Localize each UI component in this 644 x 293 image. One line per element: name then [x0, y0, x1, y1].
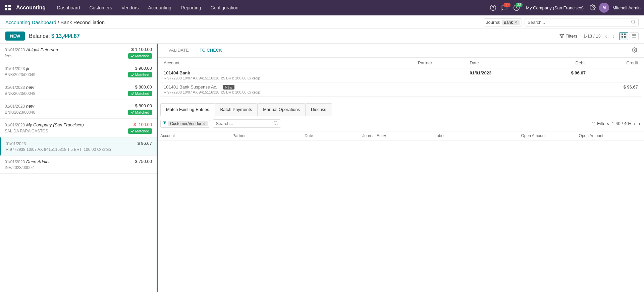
next-page-button[interactable]: › [611, 33, 616, 40]
match-col-open1: Open Amount [521, 133, 579, 138]
settings-icon[interactable] [590, 4, 596, 11]
manual-operations-tab[interactable]: Manual Operations [257, 103, 306, 116]
balance-display: Balance: $ 13,444.87 [29, 33, 79, 39]
match-filter-right: Filters 1-40 / 40+ ‹ › [591, 121, 641, 126]
filter-tag-label: Customer/Vendor [170, 121, 201, 126]
to-check-tab[interactable]: TO CHECK [194, 44, 227, 57]
discuss-tab[interactable]: Discuss [305, 103, 332, 116]
nav-reporting[interactable]: Reporting [177, 3, 205, 12]
tx-partner: Deco Addict [26, 159, 50, 164]
svg-point-20 [274, 121, 277, 124]
tx-ref: SALIDA PARA GASTOS [5, 129, 48, 133]
journal-credit-1 [589, 68, 641, 82]
match-search-icon[interactable] [273, 121, 278, 126]
batch-payments-tab[interactable]: Batch Payments [215, 103, 258, 116]
match-col-account: Account [160, 133, 232, 138]
filter-tag-value: Customer/Vendor ✕ [168, 121, 208, 126]
match-col-open2: Open Amount [579, 133, 641, 138]
matched-badge: Matched [128, 72, 152, 77]
transaction-item[interactable]: 01/01/2023 Abigail Peterson $ 1,100.00 f… [0, 44, 157, 62]
match-col-partner: Partner [232, 133, 305, 138]
transaction-item[interactable]: 01/01/2023 new $ 800.00 BNK/2023/00048 M… [0, 100, 157, 119]
tx-ref: BNK/2023/00048 [5, 91, 35, 96]
prev-page-button[interactable]: ‹ [604, 33, 608, 40]
journal-partner-2 [415, 82, 466, 97]
match-col-label: Label [434, 133, 521, 138]
journal-filter: Journal Bank ✕ [484, 18, 522, 26]
col-partner: Partner [415, 58, 466, 68]
col-credit: Credit [589, 58, 641, 68]
match-filters-label: Filters [597, 121, 609, 126]
transaction-item-active[interactable]: 01/01/2023 $ 96.67 R:9772938 10/07 AX 94… [0, 137, 157, 156]
transaction-item[interactable]: 01/01/2023 Deco Addict $ 750.00 INV/2023… [0, 156, 157, 174]
top-navigation: Accounting Dashboard Customers Vendors A… [0, 0, 644, 15]
messages-icon[interactable]: 11 [501, 4, 508, 11]
match-filters-button[interactable]: Filters [591, 121, 609, 126]
journal-partner-1 [415, 68, 466, 82]
balance-label: Balance: [29, 33, 50, 39]
page-header: Accounting Dashboard / Bank Reconciliati… [0, 15, 644, 29]
match-tabs: Match Existing Entries Batch Payments Ma… [158, 103, 644, 116]
nav-dashboard[interactable]: Dashboard [53, 3, 84, 12]
journal-date-1: 01/01/2023 [466, 68, 537, 82]
match-col-date: Date [305, 133, 362, 138]
breadcrumb: Accounting Dashboard / Bank Reconciliati… [5, 19, 105, 25]
support-icon[interactable] [490, 4, 496, 11]
match-search-box [213, 119, 281, 128]
col-debit: Debit [537, 58, 589, 68]
nav-accounting[interactable]: Accounting [144, 3, 175, 12]
list-view-button[interactable] [630, 32, 639, 40]
tx-amount: $ 900.00 [135, 66, 152, 71]
settings-gear-icon[interactable] [632, 47, 637, 54]
tx-amount: $ 1,100.00 [131, 47, 152, 52]
check-tabs: VALIDATE TO CHECK [158, 44, 644, 58]
search-box [525, 18, 639, 26]
search-input[interactable] [528, 20, 630, 25]
filter-tag-close[interactable]: ✕ [202, 121, 206, 126]
transaction-item[interactable]: 01/01/2023 jk $ 900.00 BNK/2023/00049 Ma… [0, 62, 157, 81]
tx-partner: Abigail Peterson [26, 47, 58, 52]
journal-date-2 [466, 82, 537, 97]
tx-ref: R:9772938 10/07 AX 9415116318 T:5 BRT: 1… [6, 147, 111, 152]
nav-configuration[interactable]: Configuration [207, 3, 243, 12]
tx-amount: $ 96.67 [138, 141, 152, 146]
breadcrumb-current: Bank Reconciliation [60, 19, 105, 25]
balance-amount: $ 13,444.87 [51, 33, 80, 39]
matched-badge: Matched [128, 53, 152, 59]
user-avatar[interactable]: M [599, 3, 609, 13]
svg-rect-2 [5, 8, 7, 10]
journal-debit-1: $ 96.67 [537, 68, 589, 82]
new-button[interactable]: NEW [5, 32, 25, 41]
match-pagination-text: 1-40 / 40+ [612, 121, 632, 126]
transaction-item[interactable]: 01/01/2023 new $ 800.00 BNK/2023/00048 M… [0, 81, 157, 100]
nav-vendors[interactable]: Vendors [117, 3, 143, 12]
view-toggle [619, 32, 639, 40]
tx-ref: BNK/2023/00048 [5, 110, 35, 115]
filters-button[interactable]: Filters [557, 32, 580, 40]
match-prev-button[interactable]: ‹ [633, 121, 637, 126]
tx-amount: $ 800.00 [135, 103, 152, 108]
match-next-button[interactable]: › [638, 121, 641, 126]
activity-icon[interactable]: 33 [513, 4, 520, 11]
tx-date: 01/01/2023 [5, 85, 25, 90]
kanban-view-button[interactable] [619, 32, 628, 40]
journal-debit-2 [537, 82, 589, 97]
match-filter-row: Customer/Vendor ✕ [158, 116, 644, 131]
grid-icon[interactable] [3, 3, 13, 12]
tx-partner: jk [26, 66, 29, 71]
matched-badge: Matched [128, 128, 152, 134]
messages-badge: 11 [503, 3, 511, 7]
journal-filter-value: Bank ✕ [502, 20, 520, 25]
journal-filter-bank: Bank [504, 20, 513, 25]
search-icon[interactable] [631, 19, 636, 25]
tx-ref: BNK/2023/00049 [5, 72, 35, 77]
tx-date: 01/01/2023 [6, 141, 26, 146]
nav-customers[interactable]: Customers [86, 3, 116, 12]
validate-tab[interactable]: VALIDATE [163, 44, 194, 57]
transaction-item[interactable]: 01/01/2023 My Company (San Francisco) $ … [0, 119, 157, 137]
breadcrumb-parent[interactable]: Accounting Dashboard [5, 19, 56, 25]
svg-line-21 [277, 124, 278, 125]
journal-filter-close[interactable]: ✕ [514, 20, 518, 25]
match-existing-tab[interactable]: Match Existing Entries [160, 103, 215, 116]
match-search-input[interactable] [216, 121, 272, 126]
